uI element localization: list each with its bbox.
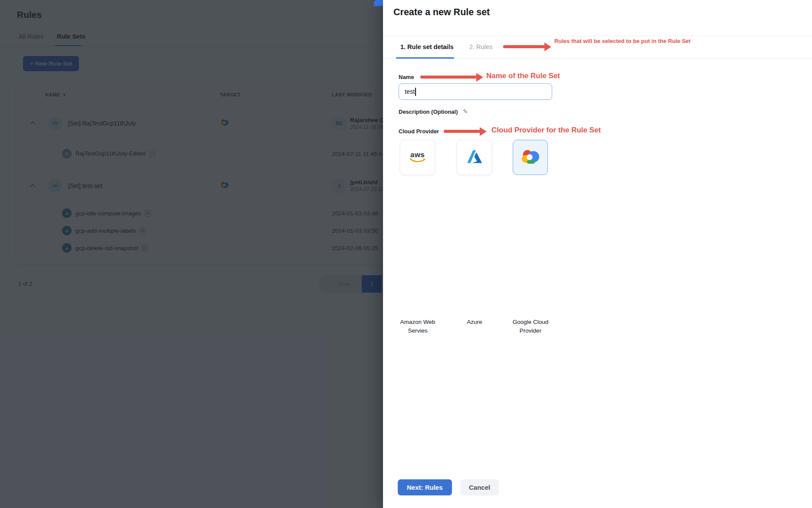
annotation-name-note: Name of the Rule Set <box>486 72 560 80</box>
annotation-arrow <box>444 130 480 133</box>
annotation-arrow <box>420 76 477 79</box>
annotation-provider-note: Cloud Provider for the Rule Set <box>491 126 601 135</box>
next-rules-button[interactable]: Next: Rules <box>398 479 452 495</box>
cancel-button[interactable]: Cancel <box>460 479 499 495</box>
aws-logo-icon: aws <box>409 152 426 163</box>
provider-cards: aws <box>383 140 812 175</box>
gcp-logo-icon <box>520 148 541 167</box>
azure-logo-icon <box>465 148 485 167</box>
pencil-icon[interactable]: ✎ <box>463 108 468 115</box>
name-label: Name <box>399 74 414 80</box>
active-step-underline <box>396 57 454 59</box>
drawer-title: Create a new Rule set <box>393 7 490 18</box>
text-caret <box>415 88 416 96</box>
provider-label-aws: Amazon Web Servies <box>393 318 442 335</box>
rule-set-name-input[interactable]: test <box>399 83 552 100</box>
provider-card-gcp[interactable] <box>513 140 548 175</box>
provider-label-azure: Azure <box>450 318 499 327</box>
name-input-value: test <box>405 88 415 95</box>
step-rule-set-details[interactable]: 1. Rule set details <box>400 43 454 50</box>
provider-card-aws[interactable]: aws <box>400 140 435 175</box>
step-rules[interactable]: 2. Rules <box>469 43 492 50</box>
annotation-steps-note: Rules that will be selected to be put in… <box>553 36 692 46</box>
screen: Rules All Rules Rule Sets + New Rule Set… <box>0 0 812 508</box>
provider-label-gcp: Google Cloud Provider <box>506 318 555 335</box>
cloud-provider-label: Cloud Provider <box>399 128 439 135</box>
create-rule-set-drawer: Create a new Rule set 1. Rule set detail… <box>383 0 812 508</box>
provider-card-azure[interactable] <box>457 140 492 175</box>
description-label: Description (Optional) ✎ <box>399 108 468 115</box>
annotation-arrow <box>503 45 545 48</box>
